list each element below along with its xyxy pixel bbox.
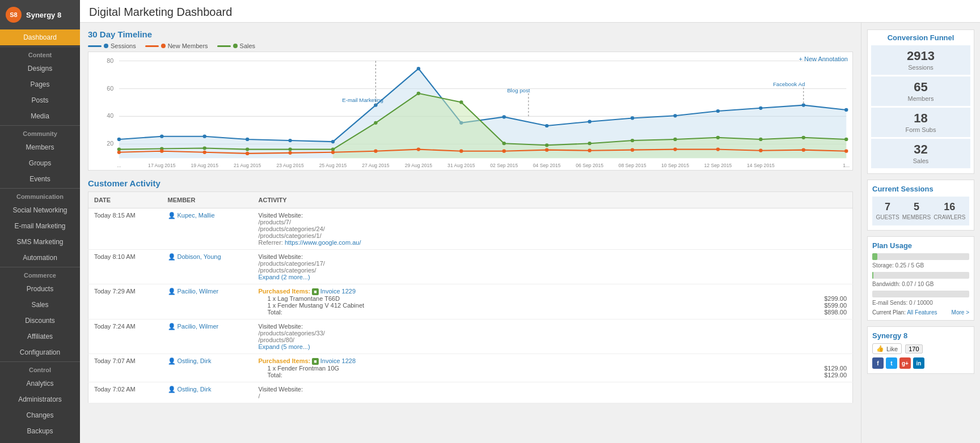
plan-more-link[interactable]: More > [952, 309, 969, 316]
sidebar-item-events[interactable]: Events [0, 171, 80, 187]
synergy-title: Synergy 8 [872, 331, 969, 340]
funnel-sessions-label: Sessions [908, 64, 933, 71]
invoice-link[interactable]: Invoice 1229 [320, 288, 356, 295]
svg-text:14 Sep 2015: 14 Sep 2015 [747, 163, 775, 168]
svg-text:08 Sep 2015: 08 Sep 2015 [619, 163, 647, 168]
sidebar-item-sms-marketing[interactable]: SMS Marketing [0, 234, 80, 250]
member-link[interactable]: Pacilio, Wilmer [178, 288, 219, 295]
sidebar-section-content: Content [0, 46, 80, 61]
member-link[interactable]: Ostling, Dirk [178, 357, 212, 364]
cs-guests-value: 7 [876, 201, 899, 213]
activity-type: Visited Website: [259, 253, 303, 260]
svg-point-34 [374, 121, 377, 125]
svg-point-59 [673, 147, 677, 151]
sidebar-item-email-marketing[interactable]: E-mail Marketing [0, 218, 80, 234]
row-date: Today 8:10 AM [88, 250, 162, 284]
svg-point-63 [844, 150, 848, 153]
member-link[interactable]: Ostling, Dirk [178, 386, 212, 393]
sidebar-item-members[interactable]: Members [0, 139, 80, 155]
sidebar-section-control: Control [0, 361, 80, 376]
member-link[interactable]: Dobison, Young [178, 253, 221, 260]
sidebar-item-backups[interactable]: Backups [0, 423, 80, 439]
sidebar-item-designs[interactable]: Designs [0, 61, 80, 76]
svg-text:31 Aug 2015: 31 Aug 2015 [447, 163, 475, 168]
sidebar-item-affiliates[interactable]: Affiliates [0, 329, 80, 344]
svg-text:12 Sep 2015: 12 Sep 2015 [704, 163, 732, 168]
sessions-dot-icon [104, 44, 108, 48]
funnel-row-sessions: 2913 Sessions [871, 45, 970, 75]
purchased-label: Purchased Items: [259, 357, 311, 364]
members-dot-icon [161, 44, 166, 48]
linkedin-icon[interactable]: in [913, 357, 924, 369]
col-date: DATE [88, 192, 162, 208]
row-date: Today 7:02 AM [88, 382, 162, 403]
social-icons: f t g+ in [872, 357, 924, 369]
funnel-sessions-value: 2913 [875, 49, 967, 63]
cs-stat-members: 5 MEMBERS [902, 201, 931, 221]
google-plus-icon[interactable]: g+ [899, 357, 911, 369]
row-member: 👤Ostling, Dirk [162, 382, 253, 403]
bandwidth-bar-fill [872, 272, 873, 279]
svg-text:Blog post: Blog post [507, 87, 530, 93]
sidebar-item-administrators[interactable]: Administrators [0, 391, 80, 407]
invoice-link[interactable]: Invoice 1228 [320, 357, 356, 364]
sidebar-item-pages[interactable]: Pages [0, 76, 80, 92]
sidebar-item-groups[interactable]: Groups [0, 155, 80, 171]
expand-link[interactable]: Expand (2 more...) [259, 274, 310, 280]
svg-point-19 [545, 124, 548, 127]
facebook-icon[interactable]: f [872, 357, 884, 369]
sidebar-item-dashboard[interactable]: Dashboard [0, 29, 80, 45]
svg-point-54 [459, 150, 463, 153]
svg-point-12 [246, 138, 249, 141]
center-panel: 30 Day Timeline Sessions New Members Sal… [80, 23, 861, 443]
current-sessions-section: Current Sessions 7 GUESTS 5 MEMBERS 16 C… [867, 180, 974, 231]
svg-point-55 [502, 150, 506, 153]
email-bar-container [872, 291, 969, 297]
plan-name-link[interactable]: All Features [907, 309, 937, 316]
sales-line-icon [217, 45, 231, 47]
expand-link[interactable]: Expand (5 more...) [259, 343, 310, 350]
svg-point-16 [417, 67, 420, 70]
twitter-icon[interactable]: t [886, 357, 897, 369]
cs-crawlers-value: 16 [933, 201, 965, 213]
funnel-row-sales: 32 Sales [871, 139, 970, 168]
sidebar-item-automation[interactable]: Automation [0, 250, 80, 266]
new-annotation-button[interactable]: + New Annotation [799, 56, 848, 62]
app-logo-icon: S8 [6, 7, 22, 23]
cs-stat-crawlers: 16 CRAWLERS [933, 201, 965, 221]
svg-text:...: ... [117, 163, 121, 168]
funnel-members-label: Members [908, 95, 934, 102]
sidebar-item-social-networking[interactable]: Social Networking [0, 202, 80, 218]
like-button[interactable]: 👍 Like [872, 343, 902, 354]
member-link[interactable]: Kupec, Mallie [178, 212, 215, 219]
sidebar-item-integrations[interactable]: Integrations [0, 439, 80, 443]
svg-text:25 Aug 2015: 25 Aug 2015 [319, 163, 347, 168]
sidebar-item-changes[interactable]: Changes [0, 407, 80, 423]
legend-members: New Members [145, 42, 208, 49]
legend-sales: Sales [217, 42, 256, 49]
path-text: / [259, 393, 260, 399]
table-row: Today 7:02 AM 👤Ostling, Dirk Visited Web… [88, 382, 853, 403]
sessions-label: Sessions [111, 42, 136, 49]
svg-point-18 [502, 115, 506, 118]
synergy-social: 👍 Like 170 f t g+ in [872, 343, 969, 369]
sidebar-item-posts[interactable]: Posts [0, 92, 80, 108]
svg-point-35 [417, 92, 420, 95]
sidebar-item-analytics[interactable]: Analytics [0, 376, 80, 391]
sidebar-logo: S8 Synergy 8 [0, 0, 80, 29]
path-text: /products/7//products/categories/24//pro… [259, 219, 361, 246]
svg-text:80: 80 [107, 57, 113, 64]
svg-point-22 [673, 114, 677, 117]
item-row: 1 x Fender Mustang V 412 Cabinet $599.00 [268, 302, 365, 309]
sidebar-item-discounts[interactable]: Discounts [0, 313, 80, 329]
svg-point-57 [588, 149, 591, 152]
sidebar-item-sales[interactable]: Sales [0, 297, 80, 313]
referrer-link[interactable]: https://www.google.com.au/ [285, 239, 361, 246]
cs-members-label: MEMBERS [902, 214, 931, 220]
svg-point-43 [759, 138, 762, 141]
member-link[interactable]: Pacilio, Wilmer [178, 323, 219, 330]
sidebar-item-products[interactable]: Products [0, 281, 80, 297]
timeline-chart-svg: 80 60 40 20 [88, 52, 852, 170]
sidebar-item-media[interactable]: Media [0, 108, 80, 124]
sidebar-item-configuration-commerce[interactable]: Configuration [0, 344, 80, 360]
